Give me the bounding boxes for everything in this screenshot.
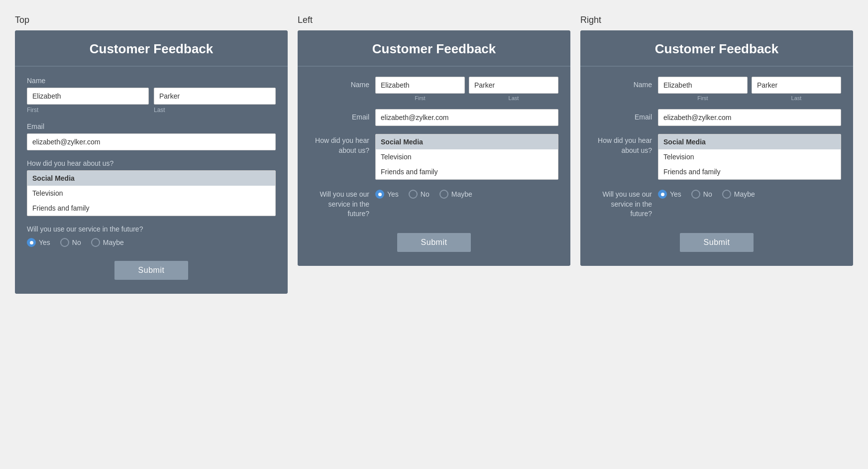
right-form-body: Name First Last [580, 67, 853, 266]
right-last-sublabel: Last [752, 95, 841, 101]
right-hear-label: How did you hear about us? [592, 134, 652, 155]
left-future-group: Will you use our service in the future? … [310, 188, 558, 219]
top-form-title: Customer Feedback [25, 41, 278, 57]
top-first-col: First [27, 88, 149, 114]
top-radio-maybe-circle [91, 238, 100, 247]
right-radio-yes-circle [658, 190, 667, 199]
right-first-sublabel: First [658, 95, 748, 101]
top-hear-option-0[interactable]: Social Media [27, 171, 275, 186]
top-name-group: Name First Last [27, 77, 276, 114]
top-panel-container: Top Customer Feedback Name First [15, 15, 288, 294]
left-form-title: Customer Feedback [308, 41, 560, 57]
top-radio-maybe[interactable]: Maybe [91, 238, 124, 247]
right-email-group: Email [592, 109, 841, 126]
left-radio-yes-label: Yes [387, 190, 399, 198]
left-radio-maybe[interactable]: Maybe [439, 190, 472, 199]
left-radio-yes[interactable]: Yes [375, 190, 399, 199]
left-email-content [375, 109, 558, 126]
right-hear-listbox: Social Media Television Friends and fami… [658, 134, 841, 180]
top-first-name-input[interactable] [27, 88, 149, 105]
left-hear-option-0[interactable]: Social Media [376, 134, 558, 149]
left-radio-no-circle [409, 190, 418, 199]
right-name-label: Name [592, 77, 652, 89]
left-name-row: First Last [375, 77, 558, 101]
top-hear-label: How did you hear about us? [27, 159, 276, 167]
right-name-content: First Last [658, 77, 841, 101]
top-submit-button[interactable]: Submit [114, 261, 189, 280]
left-radio-wrapper: Yes No Maybe [375, 188, 558, 199]
top-form-header: Customer Feedback [15, 30, 288, 67]
right-hear-option-0[interactable]: Social Media [658, 134, 841, 149]
left-panel-label: Left [298, 15, 570, 25]
top-future-group: Will you use our service in the future? … [27, 225, 276, 247]
left-hear-listbox: Social Media Television Friends and fami… [375, 134, 558, 180]
top-radio-no-label: No [72, 238, 81, 246]
left-radio-maybe-label: Maybe [451, 190, 472, 198]
left-email-input[interactable] [375, 109, 558, 126]
right-hear-option-2[interactable]: Friends and family [658, 164, 841, 179]
left-first-col: First [375, 77, 465, 101]
left-submit-button[interactable]: Submit [397, 233, 471, 252]
left-radio-no[interactable]: No [409, 190, 430, 199]
left-name-label: Name [310, 77, 369, 89]
left-radio-yes-circle [375, 190, 384, 199]
right-name-group: Name First Last [592, 77, 841, 101]
right-radio-yes-label: Yes [670, 190, 681, 198]
top-radio-no[interactable]: No [60, 238, 81, 247]
left-submit-wrapper: Submit [310, 233, 558, 252]
right-hear-group: How did you hear about us? Social Media … [592, 134, 841, 180]
left-form-card: Customer Feedback Name First [298, 30, 570, 266]
left-hear-label: How did you hear about us? [310, 134, 369, 155]
right-first-name-input[interactable] [658, 77, 748, 94]
top-name-row: First Last [27, 88, 276, 114]
right-first-col: First [658, 77, 748, 101]
left-hear-option-1[interactable]: Television [376, 149, 558, 164]
right-email-content [658, 109, 841, 126]
right-form-card: Customer Feedback Name First [580, 30, 853, 266]
top-radio-yes[interactable]: Yes [27, 238, 50, 247]
left-last-name-input[interactable] [469, 77, 558, 94]
right-form-title: Customer Feedback [590, 41, 843, 57]
right-radio-no-label: No [703, 190, 712, 198]
left-panel-container: Left Customer Feedback Name First [298, 15, 570, 266]
top-email-input[interactable] [27, 133, 276, 150]
right-last-col: Last [752, 77, 841, 101]
right-panel-container: Right Customer Feedback Name First [580, 15, 853, 266]
top-hear-option-1[interactable]: Television [27, 186, 275, 201]
panels-row: Top Customer Feedback Name First [15, 15, 853, 294]
left-hear-group: How did you hear about us? Social Media … [310, 134, 558, 180]
right-panel-label: Right [580, 15, 853, 25]
top-radio-group: Yes No Maybe [27, 236, 276, 247]
right-radio-maybe-label: Maybe [734, 190, 755, 198]
top-radio-yes-circle [27, 238, 36, 247]
right-email-input[interactable] [658, 109, 841, 126]
right-radio-maybe[interactable]: Maybe [722, 190, 755, 199]
right-radio-wrapper: Yes No Maybe [658, 188, 841, 199]
right-submit-wrapper: Submit [592, 233, 841, 252]
right-submit-button[interactable]: Submit [680, 233, 754, 252]
right-last-name-input[interactable] [752, 77, 841, 94]
left-first-sublabel: First [375, 95, 465, 101]
right-radio-no[interactable]: No [691, 190, 712, 199]
top-future-label: Will you use our service in the future? [27, 225, 276, 233]
right-radio-maybe-circle [722, 190, 731, 199]
right-name-row: First Last [658, 77, 841, 101]
right-radio-yes[interactable]: Yes [658, 190, 681, 199]
right-hear-option-1[interactable]: Television [658, 149, 841, 164]
right-future-group: Will you use our service in the future? … [592, 188, 841, 219]
top-radio-yes-label: Yes [39, 238, 50, 246]
left-first-name-input[interactable] [375, 77, 465, 94]
top-last-name-input[interactable] [154, 88, 276, 105]
left-email-group: Email [310, 109, 558, 126]
top-radio-maybe-label: Maybe [103, 238, 124, 246]
top-hear-option-2[interactable]: Friends and family [27, 201, 275, 216]
top-submit-wrapper: Submit [27, 261, 276, 280]
left-form-body: Name First Last [298, 67, 570, 266]
top-form-card: Customer Feedback Name First Last [15, 30, 288, 294]
left-future-label: Will you use our service in the future? [310, 188, 369, 219]
top-radio-no-circle [60, 238, 69, 247]
left-hear-option-2[interactable]: Friends and family [376, 164, 558, 179]
left-name-group: Name First Last [310, 77, 558, 101]
left-name-content: First Last [375, 77, 558, 101]
top-form-body: Name First Last Email [15, 67, 288, 294]
